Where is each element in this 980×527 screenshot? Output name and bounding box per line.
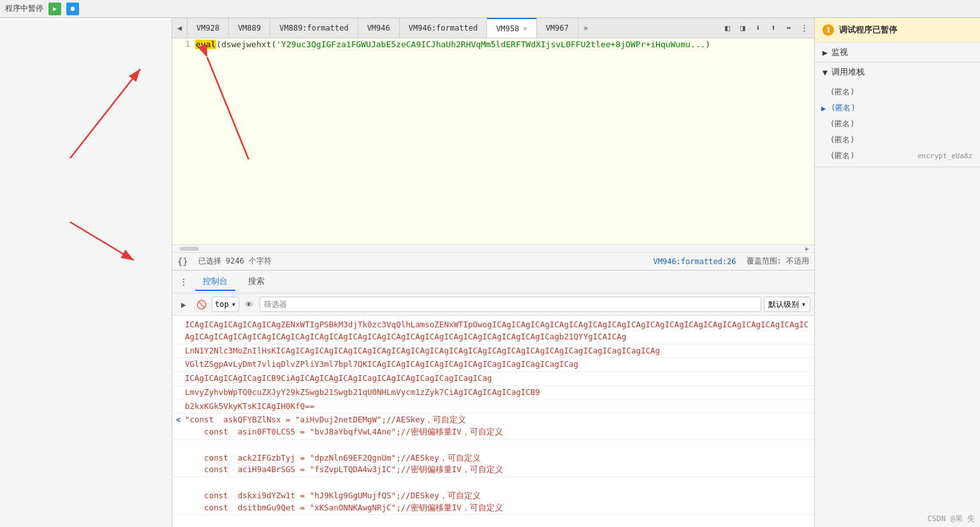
callstack-item-2[interactable]: (匿名) xyxy=(815,116,980,132)
active-frame-arrow: ▶ xyxy=(821,104,826,113)
chevron-right-icon: ▶ xyxy=(823,48,828,57)
pause-label: 程序中暂停 xyxy=(5,3,43,14)
callstack-item-source-4: encrypt_eUa8z xyxy=(918,152,972,160)
scroll-right[interactable]: ▶ xyxy=(803,245,812,253)
callstack-section-header[interactable]: ▼ 调用堆栈 xyxy=(815,63,980,82)
console-top-select[interactable]: top ▾ xyxy=(212,297,239,312)
tab-panel-bottom[interactable]: ⬇ xyxy=(750,20,766,36)
watch-label: 监视 xyxy=(831,47,848,58)
tab-panel-top[interactable]: ⬆ xyxy=(766,20,781,36)
callstack-section: ▼ 调用堆栈 (匿名) ▶ (匿名) (匿名) (匿名) (匿名) xyxy=(815,63,980,167)
top-label: top xyxy=(215,300,229,309)
console-row-1: LnN1Y2Nlc3MoZnIlHsKICAgICAgICAgICAgICAgI… xyxy=(172,345,814,359)
callstack-item-3[interactable]: (匿名) xyxy=(815,132,980,148)
code-text: eval(dswejwehxt('Y29uc3QgIGFza1FGWUJabE5… xyxy=(195,40,814,49)
tab-bar-end: ◧ ◨ ⬇ ⬆ ⬌ ⋮ xyxy=(720,20,814,36)
callstack-item-label-4: (匿名) xyxy=(830,151,854,161)
callstack-item-label-1: (匿名) xyxy=(831,103,855,114)
tab-panel-split[interactable]: ⬌ xyxy=(781,20,796,36)
svg-line-5 xyxy=(207,57,249,160)
tab-vm928[interactable]: VM928 xyxy=(187,18,229,38)
tab-search[interactable]: 搜索 xyxy=(240,273,272,291)
console-row-result-1: "const askQFYBZlNsx = "aiHvDuj2netDEMgW"… xyxy=(172,413,814,440)
tab-vm889[interactable]: VM889 xyxy=(229,18,270,38)
callstack-item-1[interactable]: ▶ (匿名) xyxy=(815,100,980,116)
center-panel: ◀ VM928 VM889 VM889:formatted VM946 VM94… xyxy=(172,18,814,527)
console-row-3: ICAgICAgICAgICagICB9CiAgICAgICAgICAgICag… xyxy=(172,372,814,386)
tab-overflow[interactable]: » xyxy=(578,18,593,38)
watch-section-header[interactable]: ▶ 监视 xyxy=(815,43,980,62)
chevron-down-icon-cs: ▼ xyxy=(823,68,828,77)
callstack-item-4[interactable]: (匿名) encrypt_eUa8z xyxy=(815,148,980,164)
debug-header: ℹ 调试程序已暂停 xyxy=(815,18,980,43)
selected-chars: 已选择 9246 个字符 xyxy=(198,256,272,267)
warning-icon: ℹ xyxy=(823,24,834,36)
eval-keyword: eval xyxy=(195,40,216,49)
console-row-2: VGltZSgpAvLyDmt7vliqDlvZPliY3ml7bpl7QKIC… xyxy=(172,358,814,372)
tab-vm946[interactable]: VM946 xyxy=(358,18,400,38)
tab-vm946f[interactable]: VM946:formatted xyxy=(400,18,487,38)
braces-icon: {} xyxy=(177,256,188,267)
callstack-item-label-3: (匿名) xyxy=(830,135,854,145)
tab-panel-more[interactable]: ⋮ xyxy=(796,20,812,36)
main-layout: ◀ VM928 VM889 VM889:formatted VM946 VM94… xyxy=(0,18,980,527)
level-label: 默认级别 xyxy=(768,299,799,310)
tab-vm967[interactable]: VM967 xyxy=(537,18,578,38)
callstack-label: 调用堆栈 xyxy=(831,66,865,78)
tab-close-btn[interactable]: ✕ xyxy=(523,24,527,33)
status-bar: {} 已选择 9246 个字符 VM946:formatted:26 覆盖范围:… xyxy=(172,252,814,270)
watch-section: ▶ 监视 xyxy=(815,43,980,63)
chevron-down-icon-2: ▾ xyxy=(801,300,806,309)
console-tabs: ⋮ 控制台 搜索 xyxy=(172,270,814,293)
tab-vm958[interactable]: VM958 ✕ xyxy=(487,18,537,38)
chevron-down-icon: ▾ xyxy=(231,300,236,309)
console-toolbar: ▶ 🚫 top ▾ 👁 默认级别 ▾ xyxy=(172,293,814,316)
tab-panel-right[interactable]: ◨ xyxy=(735,20,750,36)
tab-bar: ◀ VM928 VM889 VM889:formatted VM946 VM94… xyxy=(172,18,814,38)
tab-console[interactable]: 控制台 xyxy=(195,273,235,291)
console-row-5: b2kxKGk5VkyKTsKICAgIH0KfQ== xyxy=(172,400,814,414)
coverage-text: 覆盖范围: 不适用 xyxy=(747,256,809,267)
tab-vm889f[interactable]: VM889:formatted xyxy=(270,18,358,38)
tab-panel-left[interactable]: ◧ xyxy=(720,20,735,36)
console-row-result-4: const dckxaJxoMtYN = "ox2zZxvhPFGRa9LOG"… xyxy=(172,515,814,527)
svg-line-3 xyxy=(70,222,134,260)
callstack-item-label-0: (匿名) xyxy=(830,87,854,98)
resume-button[interactable]: ▶ xyxy=(48,3,61,15)
console-row-result-3: const dskxi9dYZw1t = "hJ9Klg9GgUMujfQS";… xyxy=(172,477,814,515)
tab-scroll-left[interactable]: ◀ xyxy=(172,18,187,38)
console-row-4: LmvyZyhvbWpTQ0cuZXJyY29kZSwgb21Swgb21qU0… xyxy=(172,386,814,400)
svg-line-1 xyxy=(70,69,140,158)
console-run-btn[interactable]: ▶ xyxy=(176,297,191,312)
console-row-result-2: const ack2IFGzbTyj = "dpzNln69EF2QgnUm";… xyxy=(172,440,814,477)
filter-input[interactable] xyxy=(260,297,761,312)
debug-status-text: 调试程序已暂停 xyxy=(839,24,897,36)
console-block-btn[interactable]: 🚫 xyxy=(194,297,209,312)
callstack-body: (匿名) ▶ (匿名) (匿名) (匿名) (匿名) encrypt_eUa8z xyxy=(815,82,980,167)
record-button[interactable]: ⏺ xyxy=(66,3,79,15)
callstack-item-0[interactable]: (匿名) xyxy=(815,84,980,100)
left-sidebar xyxy=(0,18,172,527)
console-row-0: ICAgICAgICAgICAgICAgZENxWTIgPSBkM3djTk0z… xyxy=(172,318,814,345)
code-body: (dswejwehxt('Y29uc3QgIGFza1FGWUJabE5zeCA… xyxy=(216,40,710,49)
console-eye-btn[interactable]: 👁 xyxy=(242,297,257,312)
line-number: 1 xyxy=(172,40,195,48)
console-output: ICAgICAgICAgICAgICAgZENxWTIgPSBkM3djTk0z… xyxy=(172,316,814,527)
code-scrollbar[interactable]: ▶ xyxy=(172,244,814,252)
code-area: 1 eval(dswejwehxt('Y29uc3QgIGFza1FGWUJab… xyxy=(172,38,814,244)
level-select[interactable]: 默认级别 ▾ xyxy=(764,297,810,312)
right-panel: ℹ 调试程序已暂停 ▶ 监视 ▼ 调用堆栈 (匿名) ▶ (匿名) xyxy=(814,18,980,527)
console-menu-btn[interactable]: ⋮ xyxy=(177,276,190,288)
top-bar: 程序中暂停 ▶ ⏺ xyxy=(0,0,980,18)
watermark: CSDN @果 失 xyxy=(927,514,975,524)
scrollbar-thumb[interactable] xyxy=(180,247,199,251)
callstack-item-label-2: (匿名) xyxy=(830,119,854,130)
code-line-1: 1 eval(dswejwehxt('Y29uc3QgIGFza1FGWUJab… xyxy=(172,38,814,50)
source-link[interactable]: VM946:formatted:26 xyxy=(654,257,736,266)
